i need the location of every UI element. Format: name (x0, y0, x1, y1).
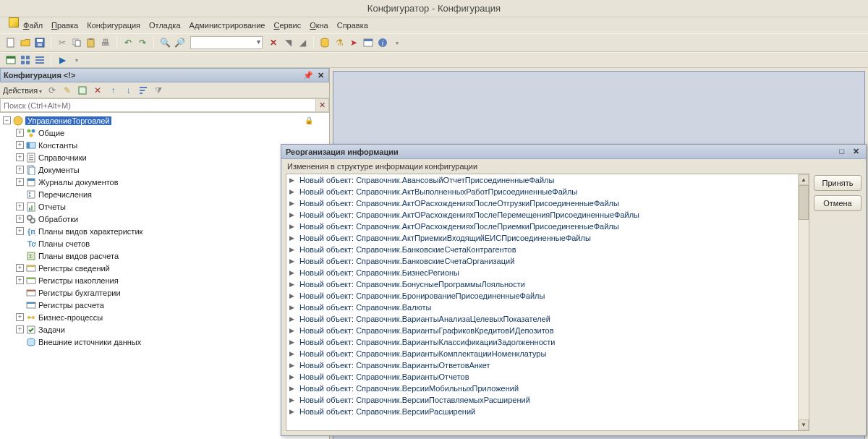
panel-close-icon[interactable]: ✕ (315, 71, 326, 80)
panel-pin-icon[interactable]: 📌 (303, 71, 313, 80)
tree-item[interactable]: +Отчеты (0, 200, 329, 213)
tree-item[interactable]: Перечисления (0, 188, 329, 200)
scroll-thumb[interactable] (799, 185, 809, 220)
change-row[interactable]: ▶Новый объект: Справочник.АктОРасхождени… (286, 221, 797, 232)
open-icon[interactable] (19, 36, 32, 49)
menu-service[interactable]: Сервис (271, 20, 304, 31)
debug-icon[interactable]: ➤ (347, 36, 360, 49)
save-icon[interactable] (33, 36, 46, 49)
change-row[interactable]: ▶Новый объект: Справочник.АвансовыйОтчет… (286, 174, 797, 186)
search-field-dropdown[interactable] (190, 36, 263, 49)
config-tree[interactable]: − УправлениеТорговлей 🔒 +Общие+Константы… (0, 113, 329, 439)
list-icon[interactable] (33, 54, 46, 67)
paste-icon[interactable] (85, 36, 98, 49)
tree-item[interactable]: +Обработки (0, 213, 329, 225)
print-icon[interactable]: 🖶 (99, 36, 112, 49)
tree-item[interactable]: ΣПланы видов расчета (0, 250, 329, 262)
menu-windows[interactable]: Окна (307, 20, 331, 31)
accept-button[interactable]: Принять (814, 175, 861, 191)
edit-icon[interactable]: ✎ (61, 84, 74, 97)
change-row[interactable]: ▶Новый объект: Справочник.ВариантыГрафик… (286, 325, 797, 336)
tree-item[interactable]: +Задачи (0, 323, 329, 336)
change-row[interactable]: ▶Новый объект: Справочник.БонусныеПрогра… (286, 278, 797, 290)
menu-config[interactable]: Конфигурация (84, 20, 143, 31)
menu-admin[interactable]: Администрирование (187, 20, 268, 31)
add-icon[interactable] (76, 84, 89, 97)
change-row[interactable]: ▶Новый объект: Справочник.БанковскиеСчет… (286, 255, 797, 267)
expander-icon[interactable]: + (16, 313, 24, 321)
tree-item[interactable]: Внешние источники данных (0, 336, 329, 348)
change-row[interactable]: ▶Новый объект: Справочник.АктОРасхождени… (286, 197, 797, 209)
tree-item[interactable]: +Бизнес-процессы (0, 311, 329, 323)
tree-item[interactable]: +Справочники (0, 151, 329, 163)
expander-icon[interactable]: + (16, 325, 24, 333)
tree-item[interactable]: +Журналы документов (0, 176, 329, 188)
actions-menu[interactable]: Действия (3, 86, 42, 95)
expander-icon[interactable]: + (16, 153, 24, 161)
tree-item[interactable]: +Общие (0, 127, 329, 139)
change-row[interactable]: ▶Новый объект: Справочник.Валюты (286, 302, 797, 313)
cut-icon[interactable]: ✂ (56, 36, 69, 49)
search-down-icon[interactable]: ◢ (296, 36, 309, 49)
new-icon[interactable] (4, 36, 17, 49)
change-row[interactable]: ▶Новый объект: Справочник.ВерсииРасширен… (286, 406, 797, 417)
change-row[interactable]: ▶Новый объект: Справочник.ВерсииПоставля… (286, 394, 797, 406)
change-row[interactable]: ▶Новый объект: Справочник.БронированиеПр… (286, 290, 797, 302)
tree-root[interactable]: − УправлениеТорговлей 🔒 (0, 114, 329, 127)
window-icon[interactable] (4, 54, 17, 67)
menu-file[interactable]: Файл (20, 20, 46, 31)
expander-icon[interactable]: + (16, 203, 24, 210)
tree-item[interactable]: ТсчПланы счетов (0, 237, 329, 250)
redo-icon[interactable]: ↷ (136, 36, 149, 49)
dialog-close-icon[interactable]: ✕ (850, 147, 861, 156)
sort-icon[interactable] (137, 84, 150, 97)
change-row[interactable]: ▶Новый объект: Справочник.БанковскиеСчет… (286, 244, 797, 255)
expander-icon[interactable]: + (16, 129, 24, 137)
search-up-icon[interactable]: ◥ (281, 36, 294, 49)
tree-item[interactable]: Регистры расчета (0, 299, 329, 311)
tree-item[interactable]: +Константы (0, 139, 329, 151)
expander-icon[interactable]: + (16, 178, 24, 186)
expander-icon[interactable]: + (16, 227, 24, 235)
scroll-up-icon[interactable]: ▲ (799, 174, 809, 185)
cancel-button[interactable]: Отмена (814, 195, 861, 211)
change-row[interactable]: ▶Новый объект: Справочник.ВариантыКомпле… (286, 348, 797, 359)
change-row[interactable]: ▶Новый объект: Справочник.ВерсииМобильны… (286, 383, 797, 394)
tree-item[interactable]: +Документы (0, 163, 329, 176)
scrollbar[interactable]: ▲ ▼ (798, 174, 809, 430)
calendar-icon[interactable] (362, 36, 375, 49)
change-row[interactable]: ▶Новый объект: Справочник.ВариантыОтвето… (286, 359, 797, 371)
search-clear-icon[interactable]: ✕ (316, 98, 329, 112)
menu-help[interactable]: Справка (334, 20, 371, 31)
help-icon[interactable]: i (376, 36, 389, 49)
db-icon[interactable] (318, 36, 331, 49)
change-row[interactable]: ▶Новый объект: Справочник.АктПриемкиВход… (286, 232, 797, 244)
expander-icon[interactable]: − (3, 116, 11, 124)
expander-icon[interactable]: + (16, 276, 24, 284)
delete-icon[interactable]: ✕ (91, 84, 104, 97)
expander-icon[interactable]: + (16, 215, 24, 223)
dialog-titlebar[interactable]: Реорганизация информации □ ✕ (281, 145, 866, 159)
change-row[interactable]: ▶Новый объект: Справочник.БизнесРегионы (286, 267, 797, 278)
dialog-maximize-icon[interactable]: □ (836, 147, 848, 155)
menu-edit[interactable]: Правка (48, 20, 81, 31)
change-row[interactable]: ▶Новый объект: Справочник.ВариантыАнализ… (286, 313, 797, 325)
change-row[interactable]: ▶Новый объект: Справочник.АктВыполненных… (286, 186, 797, 197)
tree-item[interactable]: +{п}Планы видов характеристик (0, 225, 329, 237)
moveup-icon[interactable]: ↑ (106, 84, 119, 97)
run-icon[interactable]: ▶ (56, 54, 69, 67)
expander-icon[interactable]: + (16, 166, 24, 174)
copy-icon[interactable] (70, 36, 83, 49)
refresh-icon[interactable]: ⟳ (46, 84, 59, 97)
run-dropdown-icon[interactable]: ▼ (70, 54, 83, 67)
tree-item[interactable]: Регистры бухгалтерии (0, 286, 329, 299)
change-row[interactable]: ▶Новый объект: Справочник.АктОРасхождени… (286, 209, 797, 221)
find-icon[interactable]: 🔍 (158, 36, 171, 49)
tree-item[interactable]: +Регистры сведений (0, 262, 329, 274)
menu-debug[interactable]: Отладка (146, 20, 183, 31)
change-row[interactable]: ▶Новый объект: Справочник.ВариантыОтчето… (286, 371, 797, 383)
scroll-down-icon[interactable]: ▼ (799, 419, 809, 430)
tree-item[interactable]: +Регистры накопления (0, 274, 329, 286)
clear-search-icon[interactable]: ✕ (267, 36, 280, 49)
grid-icon[interactable] (19, 54, 32, 67)
